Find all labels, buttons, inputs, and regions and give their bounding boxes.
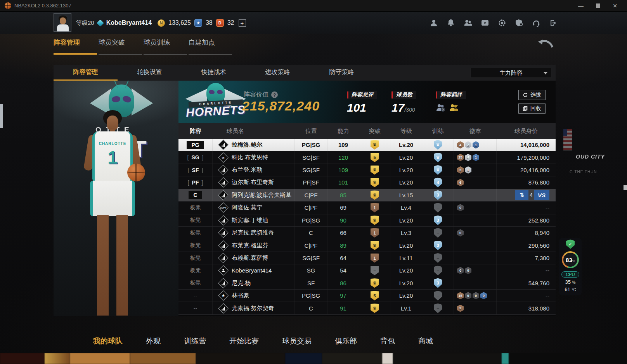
table-row[interactable]: -- 尤素福.努尔契奇 C 91 ♛ Lv.1 – 2 318,080 [178,302,556,314]
main-tab-breakthrough[interactable]: 球员突破 [99,38,142,55]
video-icon[interactable] [480,18,490,28]
sub-tab-quick-tactics[interactable]: 快捷战术 [182,65,246,81]
breakthrough-crown-badge: ♛ [371,241,379,250]
star-amount: 38 [206,19,213,26]
stat-team-rating: 阵容总评 101 [347,91,377,114]
position-badge: 板凳 [190,229,201,236]
table-row[interactable]: PF 迈尔斯.布里奇斯 PF|SF 101 ♛ Lv.20 4 6 876,80… [178,176,556,189]
bond-icon-steel[interactable]: 5 [436,103,446,112]
table-row[interactable]: SF 布兰登.米勒 SG|SF 109 ♛ Lv.20 ♛ 31 20,416,… [178,164,556,176]
diamond-currency-icon: D [216,19,224,27]
badge-hex: 0 [480,292,487,299]
sub-tab-lineup-manage[interactable]: 阵容管理 [54,65,118,81]
logout-icon[interactable] [549,18,558,28]
friends-icon[interactable] [463,18,473,28]
breakthrough-cell: ♛ [359,189,390,201]
security-check-icon: ✓ [566,240,575,249]
table-row[interactable]: 板凳 布莱克.格里芬 C|PF 89 ♛ Lv.20 3 290,560 [178,239,556,252]
security-icon[interactable] [514,18,524,28]
breakthrough-crown-badge: ♛ [371,190,379,200]
nav-appearance[interactable]: 外观 [146,336,161,346]
profile-icon[interactable] [429,18,438,28]
table-row[interactable]: PG 拉梅洛.鲍尔 PG|SG 109 ♛ Lv.20 ♛ 421 14,016… [178,139,556,151]
notifications-icon[interactable] [446,18,456,28]
team-rating-value: 101 [347,101,377,114]
lineup-dropdown[interactable]: 主力阵容 [471,68,551,78]
player-badges: 0 [454,202,497,214]
table-row[interactable]: 板凳 尼克.杨 SF 86 ♛ Lv.20 3 549,760 [178,277,556,290]
training-level-badge: 3 [434,190,442,200]
nav-backpack[interactable]: 背包 [380,336,395,346]
nav-player-trade[interactable]: 球员交易 [282,336,312,346]
badge-hex: 2 [457,305,464,312]
team-logo-wordmark: HORNETS [184,103,247,119]
player-level: Lv.20 [390,214,422,226]
badge-hex: 4 [465,154,471,161]
gem-icon [97,19,104,26]
team-logo: CHARLOTTE HORNETS [185,83,247,121]
minimize-button[interactable]: — [577,3,584,9]
training-cell: – [422,202,454,214]
jersey-team-text: CHARLOTTE [95,141,130,146]
table-row[interactable]: C 阿列克谢.波库舍夫斯基 C|PF 85 ♛ Lv.15 3 ⇅4VS [178,189,556,202]
main-tab-custom-points[interactable]: 自建加点 [189,38,232,55]
select-players-button[interactable]: 选拔 [518,90,546,100]
table-row[interactable]: -- ★ 林书豪 PG|SG 97 5 Lv.20 – 15000 -- [178,290,556,302]
stats-bars-glyph [222,256,225,260]
recycle-button[interactable]: 回收 [518,104,546,114]
player-positions: PG|SG [295,139,327,151]
add-currency-button[interactable]: + [239,19,246,27]
help-icon[interactable]: ? [271,91,278,98]
sub-tab-rotation[interactable]: 轮换设置 [118,65,182,81]
player-value: 8,940 [497,227,556,239]
avatar[interactable] [54,13,71,32]
player-figure-area: OTTE NET CHARLOTTE 1 [54,81,178,316]
player-name: 布兰登.米勒 [232,166,262,174]
training-level-badge: 3 [434,278,442,288]
nav-mall[interactable]: 商城 [418,336,433,346]
performance-percent: 83 [566,257,572,263]
copy-glyph: COPY [220,207,227,209]
player-ability: 101 [327,176,359,188]
sub-tab-defense-strategy[interactable]: 防守策略 [310,65,374,81]
nav-club[interactable]: 俱乐部 [335,336,357,346]
header-lineup: 阵容 [178,128,213,135]
player-value: -- [497,264,556,276]
position-badge: 板凳 [190,279,201,286]
maximize-button[interactable] [594,3,601,9]
vs-button[interactable]: VS [534,190,549,200]
player-card-icon [218,303,229,314]
cpu-usage: 35 [565,279,571,285]
table-row[interactable]: 板凳 尼克拉.武切维奇 C 66 1 Lv.3 – 0 8,940 [178,227,556,239]
stats-bars-glyph [222,168,225,172]
nav-training-camp[interactable]: 训练营 [184,336,206,346]
settings-icon[interactable] [497,18,507,28]
sub-tab-offense-strategy[interactable]: 进攻策略 [246,65,310,81]
table-row[interactable]: 板凳 布赖斯.森萨博 SG|SF 64 1 Lv.11 – 7,300 [178,252,556,264]
badge-hex: 0 [473,292,479,299]
table-row[interactable]: SG 08 科比.布莱恩特 SG|SF 120 5 Lv.20 ♛ 2541 1… [178,151,556,164]
player-level: Lv.4 [390,202,422,214]
back-arrow-icon[interactable] [537,37,554,50]
nav-my-team[interactable]: 我的球队 [93,336,123,346]
person-glyph [221,268,225,273]
swap-player-button[interactable]: ⇅ [515,190,528,200]
breakthrough-cell: ♛ [359,139,390,151]
position-badge: 板凳 [190,242,201,249]
main-tab-training[interactable]: 球员训练 [144,38,187,55]
desktop-background-strip [0,353,627,364]
nav-start-match[interactable]: 开始比赛 [229,336,259,346]
player-name: 拉梅洛.鲍尔 [232,141,262,148]
stats-bars-glyph [222,231,225,235]
position-badge: SG [187,154,203,160]
main-tab-lineup[interactable]: 阵容管理 [54,38,97,55]
table-row[interactable]: 板凳 斯宾塞.丁维迪 PG|SG 90 ♛ Lv.20 3 252,800 [178,214,556,227]
refresh-icon [523,92,528,98]
bond-icon-gold[interactable] [449,103,459,112]
table-row[interactable]: 板凳 COPY 阿隆佐.莫宁 C|PF 69 1 Lv.4 – 0 -- [178,202,556,214]
table-row[interactable]: 板凳 KobeBryant414 SG 54 – Lv.20 – 00 -- [178,264,556,277]
player-value: -- [497,290,556,302]
support-icon[interactable] [532,18,541,28]
close-button[interactable]: ✕ [611,3,618,9]
training-cell: ♛ [422,164,454,176]
